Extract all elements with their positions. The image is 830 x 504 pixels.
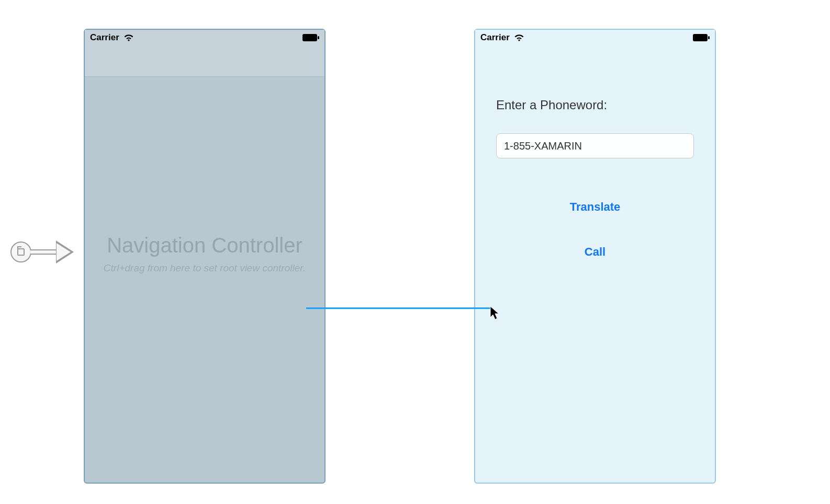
- entry-point-circle-icon: [10, 242, 31, 262]
- initial-view-controller-indicator[interactable]: [10, 240, 74, 264]
- call-button[interactable]: Call: [496, 245, 694, 259]
- svg-rect-2: [693, 34, 708, 41]
- phoneword-input[interactable]: [496, 133, 694, 158]
- battery-icon: [693, 34, 710, 41]
- battery-icon: [302, 34, 319, 41]
- wifi-icon: [514, 34, 524, 42]
- navigation-controller-subtitle: Ctrl+drag from here to set root view con…: [104, 262, 306, 274]
- navigation-bar: [85, 45, 324, 77]
- status-bar: Carrier: [85, 30, 324, 45]
- wifi-icon: [124, 34, 134, 42]
- translate-button[interactable]: Translate: [496, 200, 694, 214]
- svg-rect-0: [302, 34, 317, 41]
- segue-drag-line: [306, 307, 492, 309]
- entry-arrow-head-icon: [56, 240, 74, 264]
- carrier-label: Carrier: [480, 32, 510, 43]
- phoneword-prompt-label: Enter a Phoneword:: [496, 98, 694, 112]
- svg-rect-3: [708, 36, 710, 39]
- status-bar: Carrier: [475, 30, 715, 45]
- entry-arrow-shaft: [30, 249, 57, 255]
- mouse-cursor-icon: [490, 306, 500, 320]
- navigation-controller-scene[interactable]: Carrier Navigation Controller Ctrl+drag …: [84, 29, 326, 484]
- svg-rect-1: [318, 36, 319, 39]
- navigation-controller-body: Navigation Controller Ctrl+drag from her…: [85, 77, 324, 274]
- navigation-controller-title: Navigation Controller: [107, 234, 302, 257]
- carrier-label: Carrier: [90, 32, 119, 43]
- view-controller-body: Enter a Phoneword: Translate Call: [475, 45, 715, 280]
- view-controller-scene[interactable]: Carrier Enter a Phoneword: Translate Cal…: [474, 29, 716, 484]
